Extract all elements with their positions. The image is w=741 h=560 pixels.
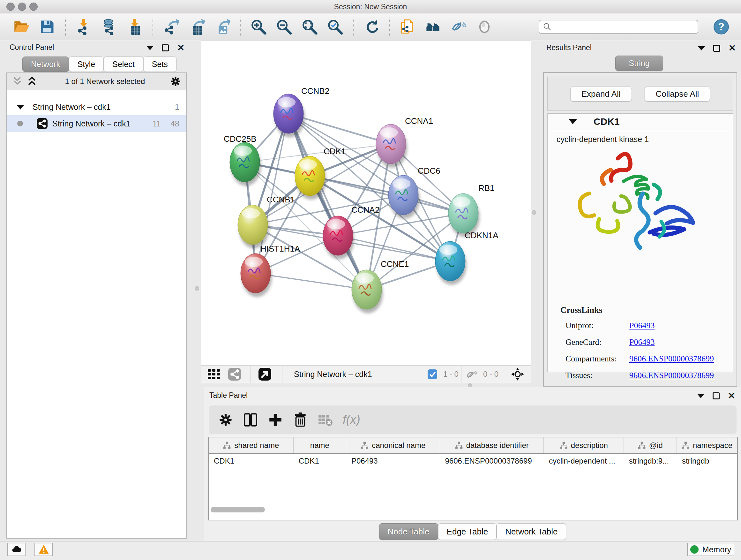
crosslink-label: Tissues:: [565, 371, 629, 380]
tab-style[interactable]: Style: [69, 57, 104, 72]
tab-select[interactable]: Select: [104, 57, 143, 72]
eye-slash-icon[interactable]: [451, 18, 467, 35]
table-panel-float-icon[interactable]: [713, 392, 720, 399]
fit-selected-crosshair-icon[interactable]: [511, 367, 525, 381]
window-title: Session: New Session: [0, 3, 741, 11]
gene-collapse-icon[interactable]: [569, 119, 577, 124]
tree-expand-icon[interactable]: [17, 105, 24, 110]
import-network-file-icon[interactable]: [75, 18, 92, 35]
control-panel-menu-icon[interactable]: [146, 46, 153, 50]
network-node-ccnb2[interactable]: CCNB2: [273, 86, 329, 137]
birdseye-view-icon[interactable]: [258, 367, 272, 381]
network-node-cdc6[interactable]: CDC6: [388, 166, 441, 219]
collapse-all-icon[interactable]: [11, 76, 23, 87]
export-table-icon[interactable]: [188, 18, 205, 35]
crosslink-link[interactable]: 9606.ENSP00000378699: [629, 354, 714, 364]
copy-network-icon[interactable]: [400, 18, 416, 35]
create-column-plus-icon[interactable]: [267, 412, 283, 428]
table-panel-close-icon[interactable]: ✕: [728, 392, 735, 399]
network-node-cdkn1a[interactable]: CDKN1A: [435, 231, 498, 285]
table-settings-gear-icon[interactable]: [218, 412, 233, 428]
network-node-rb1[interactable]: RB1: [448, 183, 495, 237]
node-label: RB1: [478, 183, 495, 193]
hidden-eye-icon[interactable]: [465, 368, 477, 381]
table-cell: cyclin-dependent ...: [544, 456, 624, 465]
column-header-id[interactable]: @id: [624, 437, 677, 453]
column-header-description[interactable]: description: [544, 437, 624, 453]
network-node-ccna2[interactable]: CCNA2: [323, 205, 380, 259]
results-panel-float-icon[interactable]: [713, 45, 720, 52]
zoom-fit-icon[interactable]: [301, 18, 318, 35]
network-node-hist1h1a[interactable]: HIST1H1A: [241, 244, 300, 297]
share-view-icon[interactable]: [227, 367, 242, 381]
network-edge[interactable]: [338, 236, 450, 261]
tab-edge-table[interactable]: Edge Table: [438, 523, 497, 540]
network-edge[interactable]: [288, 114, 367, 290]
show-columns-icon[interactable]: [243, 412, 259, 428]
column-header-namespace[interactable]: namespace: [677, 437, 737, 453]
shared-column-tree-icon: [455, 441, 463, 449]
shared-column-tree-icon: [637, 441, 646, 449]
tab-node-table[interactable]: Node Table: [379, 523, 438, 540]
network-node-ccna1[interactable]: CCNA1: [376, 116, 433, 168]
shared-column-tree-icon: [223, 441, 231, 449]
network-row-selected[interactable]: String Network – cdk1 11 48: [7, 115, 186, 132]
network-collection-row[interactable]: String Network – cdk1 1: [7, 99, 186, 115]
expand-all-button[interactable]: Expand All: [570, 86, 632, 102]
network-edge[interactable]: [310, 176, 463, 213]
zoom-out-icon[interactable]: [276, 18, 292, 35]
network-options-gear-icon[interactable]: [169, 75, 182, 88]
left-splitter-grip[interactable]: [195, 286, 199, 291]
column-header-sharedname[interactable]: shared name: [209, 437, 293, 453]
tab-network[interactable]: Network: [22, 57, 69, 72]
column-header-name[interactable]: name: [293, 437, 346, 453]
help-icon[interactable]: ?: [713, 18, 730, 35]
tab-network-table[interactable]: Network Table: [496, 523, 566, 540]
grid-view-icon[interactable]: [207, 367, 221, 381]
network-edge[interactable]: [256, 273, 367, 290]
collapse-all-button[interactable]: Collapse All: [645, 86, 711, 102]
control-panel-float-icon[interactable]: [162, 44, 169, 51]
table-panel-menu-icon[interactable]: [697, 394, 704, 398]
network-node-ccnb1[interactable]: CCNB1: [238, 195, 295, 248]
zoom-in-icon[interactable]: [250, 18, 267, 35]
search-input[interactable]: [552, 23, 686, 31]
crosslink-link[interactable]: P06493: [629, 321, 655, 330]
expand-collapse-card: Expand AllCollapse All: [547, 77, 733, 111]
right-splitter-grip[interactable]: [532, 210, 536, 214]
horizontal-scrollbar[interactable]: [211, 507, 265, 512]
import-network-database-icon[interactable]: [101, 18, 118, 35]
table-row[interactable]: CDK1CDK1P064939606.ENSP00000378699cyclin…: [209, 454, 737, 468]
results-panel: Results Panel ✕ String Expand AllCollaps…: [539, 40, 741, 387]
warning-button[interactable]: [35, 543, 53, 556]
eye-icon[interactable]: [476, 18, 493, 35]
table-toolbar: f(x): [209, 406, 737, 434]
delete-column-trash-icon[interactable]: [292, 412, 308, 428]
network-node-cdc25b[interactable]: CDC25B: [224, 134, 261, 186]
column-header-databaseidentifier[interactable]: database identifier: [440, 437, 544, 453]
control-panel-close-icon[interactable]: ✕: [177, 44, 185, 51]
tab-sets[interactable]: Sets: [143, 57, 177, 72]
open-file-icon[interactable]: [13, 18, 30, 35]
import-table-icon[interactable]: [126, 18, 143, 35]
memory-button[interactable]: Memory: [687, 543, 734, 556]
column-header-canonicalname[interactable]: canonical name: [346, 437, 440, 453]
results-panel-menu-icon[interactable]: [698, 46, 705, 51]
search-box[interactable]: [539, 20, 698, 34]
network-canvas[interactable]: CCNB2 CCNA1 CDC25B CDK1: [201, 41, 531, 365]
refresh-icon[interactable]: [363, 18, 380, 35]
crosslink-link[interactable]: 9606.ENSP00000378699: [629, 371, 714, 380]
save-session-icon[interactable]: [39, 18, 56, 35]
network-node-ccne1[interactable]: CCNE1: [352, 259, 409, 313]
tab-string[interactable]: String: [615, 56, 663, 71]
home-icon[interactable]: [425, 18, 442, 35]
results-panel-close-icon[interactable]: ✕: [729, 45, 736, 52]
export-network-icon[interactable]: [163, 18, 179, 35]
crosslink-link[interactable]: P06493: [629, 337, 655, 347]
cloud-button[interactable]: [7, 543, 25, 556]
export-image-icon[interactable]: [214, 18, 230, 35]
expand-all-icon[interactable]: [26, 76, 38, 87]
zoom-selected-icon[interactable]: [327, 18, 343, 35]
gene-card-cdk1: CDK1 cyclin-dependent kinase 1: [547, 113, 733, 372]
selected-checkbox-icon[interactable]: [427, 369, 437, 379]
